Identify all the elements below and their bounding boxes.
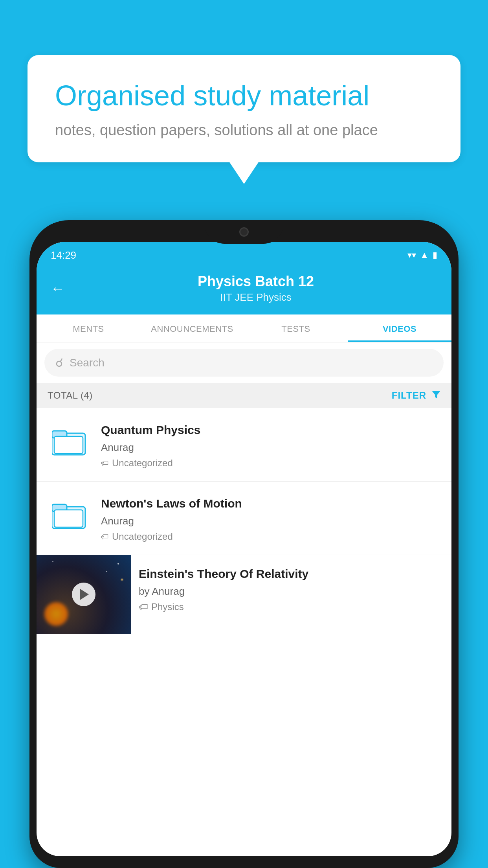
status-bar: 14:29 ▾▾ ▲ ▮ [37, 242, 451, 265]
bubble-subtitle: notes, question papers, solutions all at… [55, 122, 433, 139]
video-title-2: Newton's Laws of Motion [101, 496, 442, 511]
svg-marker-0 [432, 391, 440, 399]
header-title-block: Physics Batch 12 IIT JEE Physics [74, 273, 437, 303]
video-item-info-2: Newton's Laws of Motion Anurag 🏷 Uncateg… [101, 494, 442, 542]
phone-camera [239, 227, 249, 237]
speech-bubble: Organised study material notes, question… [28, 55, 460, 162]
einstein-info: Einstein's Theory Of Relativity by Anura… [131, 555, 451, 620]
signal-icon: ▲ [420, 250, 429, 260]
tabs-bar: MENTS ANNOUNCEMENTS TESTS VIDEOS [37, 314, 451, 342]
filter-bar: TOTAL (4) FILTER [37, 383, 451, 408]
wifi-icon: ▾▾ [407, 250, 416, 260]
play-triangle-icon [80, 589, 89, 600]
bubble-title: Organised study material [55, 79, 433, 112]
tab-announcements[interactable]: ANNOUNCEMENTS [140, 314, 244, 342]
video-author-2: Anurag [101, 515, 442, 527]
filter-button[interactable]: FILTER [392, 390, 440, 401]
tag-icon-3: 🏷 [139, 601, 148, 612]
video-item-info-1: Quantum Physics Anurag 🏷 Uncategorized [101, 421, 442, 469]
tag-icon-1: 🏷 [101, 459, 109, 468]
tab-videos[interactable]: VIDEOS [348, 314, 451, 342]
video-tag-1: 🏷 Uncategorized [101, 458, 442, 469]
total-count: TOTAL (4) [48, 390, 93, 401]
folder-thumb-2 [46, 494, 93, 533]
search-box[interactable]: ☌ Search [44, 349, 444, 377]
folder-thumb-1 [46, 421, 93, 460]
folder-icon [52, 498, 87, 530]
einstein-tag: 🏷 Physics [139, 601, 444, 612]
header-title: Physics Batch 12 [74, 273, 437, 290]
tab-tests[interactable]: TESTS [244, 314, 348, 342]
video-author-1: Anurag [101, 441, 442, 454]
einstein-thumbnail [37, 555, 131, 634]
tab-ments[interactable]: MENTS [37, 314, 140, 342]
search-container: ☌ Search [37, 342, 451, 383]
tag-icon-2: 🏷 [101, 532, 109, 541]
phone-frame: 14:29 ▾▾ ▲ ▮ ← Physics Batch 12 IIT JEE … [29, 220, 459, 868]
list-item[interactable]: Quantum Physics Anurag 🏷 Uncategorized [37, 408, 451, 482]
video-title-1: Quantum Physics [101, 422, 442, 438]
einstein-title: Einstein's Theory Of Relativity [139, 566, 444, 581]
search-icon: ☌ [55, 356, 63, 370]
einstein-author: by Anurag [139, 585, 444, 598]
search-placeholder: Search [70, 357, 105, 369]
list-item[interactable]: Einstein's Theory Of Relativity by Anura… [37, 555, 451, 634]
app-header: ← Physics Batch 12 IIT JEE Physics [37, 265, 451, 314]
video-list: Quantum Physics Anurag 🏷 Uncategorized [37, 408, 451, 634]
status-time: 14:29 [51, 249, 76, 261]
phone-screen: 14:29 ▾▾ ▲ ▮ ← Physics Batch 12 IIT JEE … [37, 242, 451, 856]
list-item[interactable]: Newton's Laws of Motion Anurag 🏷 Uncateg… [37, 482, 451, 555]
back-button[interactable]: ← [51, 280, 65, 297]
svg-rect-6 [54, 510, 83, 527]
header-subtitle: IIT JEE Physics [74, 291, 437, 303]
speech-bubble-container: Organised study material notes, question… [28, 55, 460, 162]
status-icons: ▾▾ ▲ ▮ [407, 250, 437, 260]
video-tag-2: 🏷 Uncategorized [101, 531, 442, 542]
folder-icon [52, 425, 87, 456]
svg-rect-3 [54, 436, 83, 454]
play-button[interactable] [72, 583, 95, 606]
battery-icon: ▮ [433, 250, 437, 260]
filter-icon [432, 391, 440, 399]
